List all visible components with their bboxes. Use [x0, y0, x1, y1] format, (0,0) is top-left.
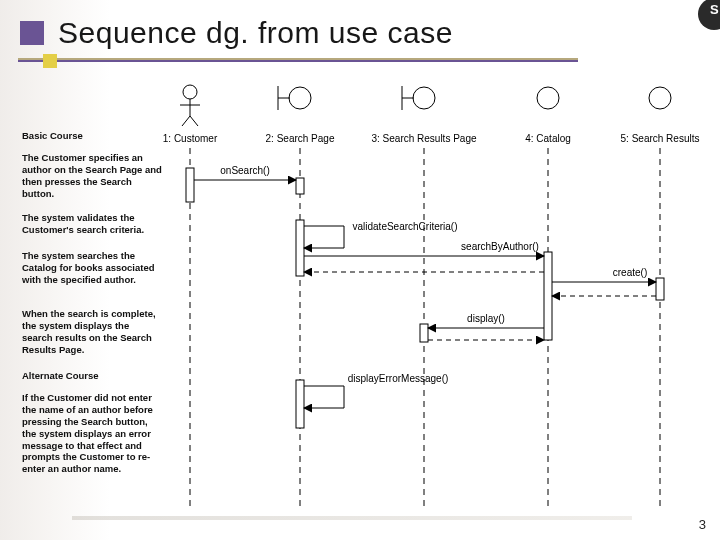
- accent-square-purple: [20, 21, 44, 45]
- title-underline-purple: [18, 60, 578, 62]
- narration-p3: The system searches the Catalog for book…: [22, 250, 162, 286]
- svg-text:S: S: [710, 2, 719, 17]
- svg-point-9: [289, 87, 311, 109]
- activation-bar: [656, 278, 664, 300]
- lifeline-label: 3: Search Results Page: [371, 133, 476, 144]
- page-number: 3: [699, 517, 706, 532]
- narration-p5: If the Customer did not enter the name o…: [22, 392, 162, 475]
- activation-bar: [186, 168, 194, 202]
- svg-line-6: [190, 116, 198, 126]
- slide-title: Sequence dg. from use case: [58, 16, 453, 50]
- msg-arrow-self: [304, 386, 344, 408]
- lifeline-catalog-head: 4: Catalog: [525, 87, 571, 144]
- lifeline-searchresults-head: 5: Search Results: [621, 87, 700, 144]
- lifeline-customer-head: 1: Customer: [163, 85, 218, 144]
- svg-point-13: [537, 87, 559, 109]
- narration-p1: The Customer specifies an author on the …: [22, 152, 162, 200]
- msg-label: display(): [467, 313, 505, 324]
- msg-label: displayErrorMessage(): [348, 373, 449, 384]
- lifeline-label: 4: Catalog: [525, 133, 571, 144]
- msg-label: onSearch(): [220, 165, 269, 176]
- narration-basic-heading: Basic Course: [22, 130, 162, 142]
- activation-bar: [420, 324, 428, 342]
- title-row: Sequence dg. from use case: [20, 16, 453, 50]
- msg-label: validateSearchCriteria(): [352, 221, 457, 232]
- lifeline-label: 2: Search Page: [266, 133, 335, 144]
- activation-bar: [296, 178, 304, 194]
- activation-bar: [544, 252, 552, 340]
- lifeline-label: 5: Search Results: [621, 133, 700, 144]
- activation-bar: [296, 220, 304, 276]
- accent-square-yellow: [43, 54, 57, 68]
- svg-point-14: [649, 87, 671, 109]
- msg-arrow-self: [304, 226, 344, 248]
- svg-point-12: [413, 87, 435, 109]
- footer-accent-bar: [72, 516, 632, 520]
- sequence-diagram: 1: Customer 2: Search Page 3: Search Res…: [160, 80, 720, 510]
- lifeline-label: 1: Customer: [163, 133, 218, 144]
- svg-point-2: [183, 85, 197, 99]
- activation-bar: [296, 380, 304, 428]
- msg-label: create(): [613, 267, 647, 278]
- narration-p2: The system validates the Customer's sear…: [22, 212, 162, 236]
- corner-logo: S: [680, 0, 720, 40]
- lifeline-searchpage-head: 2: Search Page: [266, 86, 335, 144]
- narration-alt-heading: Alternate Course: [22, 370, 162, 382]
- svg-line-5: [182, 116, 190, 126]
- narration-p4: When the search is complete, the system …: [22, 308, 162, 356]
- lifeline-resultspage-head: 3: Search Results Page: [371, 86, 476, 144]
- msg-label: searchByAuthor(): [461, 241, 539, 252]
